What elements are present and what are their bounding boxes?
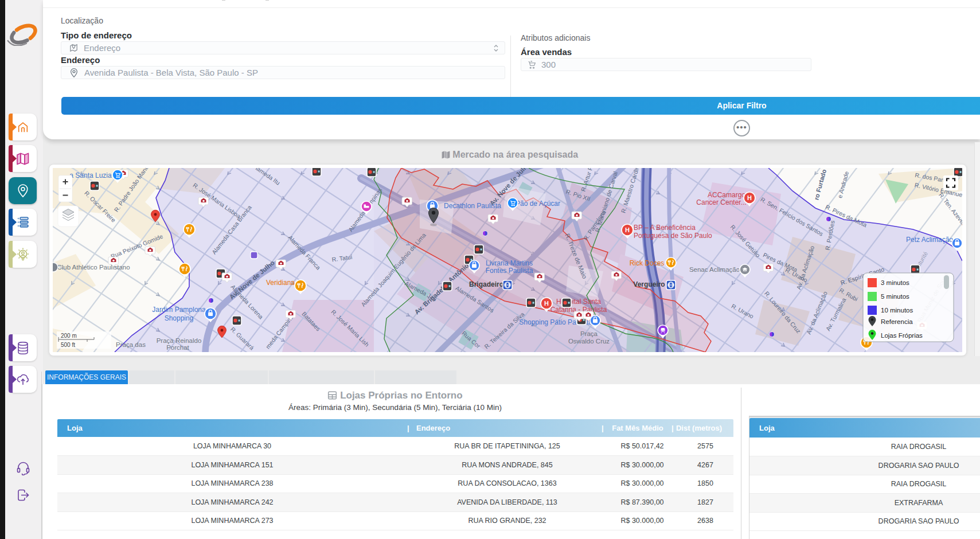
svg-text:Oswaldo Cruz: Oswaldo Cruz: [568, 338, 610, 345]
svg-text:Referencia: Referencia: [881, 318, 913, 325]
svg-text:Decathlon Paulista: Decathlon Paulista: [444, 202, 501, 210]
svg-text:a Santa Luzia: a Santa Luzia: [69, 171, 112, 179]
svg-text:Club Athletico Paulistano: Club Athletico Paulistano: [57, 264, 130, 271]
svg-text:Senac Aclimação: Senac Aclimação: [689, 266, 740, 273]
svg-text:H: H: [544, 300, 549, 307]
svg-text:200 m: 200 m: [61, 333, 77, 339]
svg-text:Porchat: Porchat: [166, 344, 189, 351]
svg-text:Lojas Fróprias: Lojas Fróprias: [881, 332, 923, 339]
svg-text:Vergueiro: Vergueiro: [633, 280, 665, 288]
svg-text:Shopping: Shopping: [165, 314, 194, 322]
svg-text:ACCamargo: ACCamargo: [708, 191, 745, 199]
svg-text:BP – A Beneficência: BP – A Beneficência: [634, 224, 696, 232]
svg-text:5 minutos: 5 minutos: [881, 293, 909, 300]
svg-text:Fontes Paulista: Fontes Paulista: [486, 267, 533, 275]
svg-text:H: H: [625, 226, 630, 233]
svg-text:H: H: [747, 194, 752, 201]
svg-text:3 minutos: 3 minutos: [881, 279, 909, 286]
svg-text:10 minutos: 10 minutos: [881, 307, 913, 314]
svg-text:500 ft: 500 ft: [61, 342, 75, 348]
svg-text:Brigadeiro: Brigadeiro: [469, 280, 503, 288]
svg-text:Praça Reinaldo: Praça Reinaldo: [157, 337, 202, 344]
svg-text:Pão de Açúcar: Pão de Açúcar: [516, 200, 560, 208]
svg-text:Praça das: Praça das: [116, 341, 146, 348]
svg-text:Jardim Pamplona: Jardim Pamplona: [152, 306, 206, 314]
svg-text:Petz Aclimação: Petz Aclimação: [906, 236, 953, 244]
svg-text:Livraria Martins: Livraria Martins: [486, 259, 533, 267]
svg-text:Veridiana: Veridiana: [266, 279, 295, 287]
svg-text:Cancer Center...: Cancer Center...: [696, 198, 746, 206]
svg-text:Rick Doces: Rick Doces: [630, 259, 665, 267]
svg-text:Portuguesa de São Paulo: Portuguesa de São Paulo: [634, 232, 712, 240]
svg-text:Praça: Praça: [580, 330, 598, 337]
